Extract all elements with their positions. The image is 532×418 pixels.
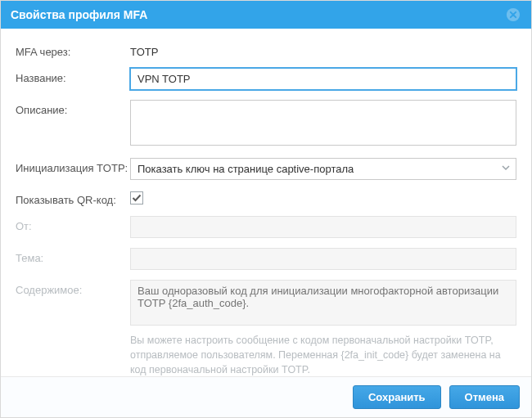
dialog-titlebar: Свойства профиля MFA [1,1,531,29]
label-subject: Тема: [16,248,130,264]
save-button[interactable]: Сохранить [353,385,441,409]
row-name: Название: [16,68,516,90]
dialog-footer: Сохранить Отмена [1,376,531,417]
show-qr-checkbox[interactable] [130,191,143,205]
label-totp-init: Инициализация TOTP: [16,158,130,174]
value-mfa-via: TOTP [130,42,516,58]
row-show-qr: Показывать QR-код: [16,190,516,206]
label-from: От: [16,216,130,232]
row-mfa-via: MFA через: TOTP [16,42,516,58]
row-from: От: [16,216,516,238]
dialog-body: MFA через: TOTP Название: Описание: Иниц… [1,29,531,376]
mfa-profile-dialog: Свойства профиля MFA MFA через: TOTP Наз… [0,0,532,418]
subject-input [130,248,516,270]
label-description: Описание: [16,100,130,116]
row-content: Содержимое: [16,280,516,328]
totp-init-select[interactable]: Показать ключ на странице captive-портал… [130,158,516,180]
row-totp-init: Инициализация TOTP: Показать ключ на стр… [16,158,516,180]
description-input[interactable] [130,100,516,146]
chevron-down-icon [501,163,511,175]
dialog-title: Свойства профиля MFA [11,8,147,21]
name-input[interactable] [130,68,516,90]
label-show-qr: Показывать QR-код: [16,190,130,206]
label-content: Содержимое: [16,280,130,296]
cancel-button[interactable]: Отмена [449,385,520,409]
label-name: Название: [16,68,130,84]
totp-init-selected-value: Показать ключ на странице captive-портал… [138,163,501,175]
row-description: Описание: [16,100,516,148]
from-input [130,216,516,238]
label-mfa-via: MFA через: [16,42,130,58]
close-icon[interactable] [505,7,521,23]
content-input [130,280,516,326]
content-hint: Вы можете настроить сообщение с кодом пе… [130,333,516,376]
row-subject: Тема: [16,248,516,270]
